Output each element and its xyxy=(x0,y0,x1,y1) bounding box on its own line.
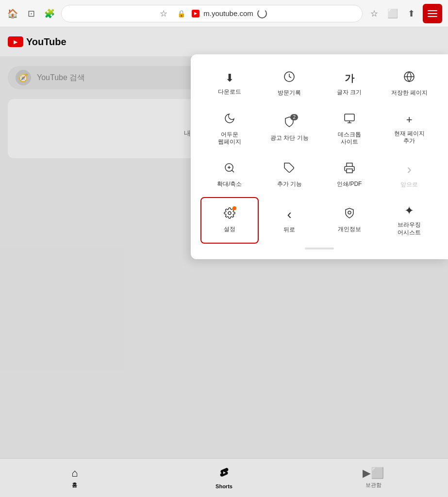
scroll-indicator xyxy=(305,248,334,249)
menu-item-fontsize-label: 글자 크기 xyxy=(337,89,362,97)
darkmode-icon xyxy=(224,113,235,127)
menu-item-assistant[interactable]: ✦ 브라우징어시스트 xyxy=(381,197,439,243)
adblock-badge: 2 xyxy=(290,114,298,120)
print-icon xyxy=(344,162,355,177)
extensions-icon[interactable]: 🧩 xyxy=(43,7,56,20)
menu-item-assistant-label: 브라우징어시스트 xyxy=(398,221,421,236)
lock-icon: 🔒 xyxy=(174,7,188,20)
bookmark-icon: ☆ xyxy=(157,7,170,20)
menu-item-privacy-label: 개인정보 xyxy=(338,226,361,233)
url-bar[interactable]: ☆ 🔒 m.youtube.com xyxy=(61,5,363,22)
menu-item-addpage-label: 현재 페이지추가 xyxy=(394,130,425,145)
url-text: m.youtube.com xyxy=(203,9,253,17)
menu-item-forward[interactable]: › 앞으로 xyxy=(381,155,439,196)
extensions-menu-icon xyxy=(283,162,295,177)
menu-item-extensions-label: 추가 기능 xyxy=(277,181,302,188)
menu-grid: ⬇ 다운로드 방문기록 가 글자 크기 xyxy=(200,64,438,244)
menu-item-history[interactable]: 방문기록 xyxy=(261,64,319,104)
menu-item-history-label: 방문기록 xyxy=(278,89,301,97)
zoom-icon xyxy=(224,162,235,177)
menu-item-adblock-label: 광고 차단 기능 xyxy=(270,134,309,142)
menu-item-forward-label: 앞으로 xyxy=(400,181,418,189)
menu-item-back[interactable]: ‹ 뒤로 xyxy=(261,197,319,243)
app-content: YouTube 🧭 YouTube 검색 검색 내가 좋아할 만한 동영상을 해… xyxy=(0,27,448,497)
forward-icon: › xyxy=(407,162,412,177)
settings-notification-dot xyxy=(232,206,236,210)
site-favicon xyxy=(192,10,199,17)
menu-item-addpage[interactable]: + 현재 페이지추가 xyxy=(381,106,439,153)
menu-item-desktop-label: 데스크톱사이트 xyxy=(338,131,361,146)
menu-item-darkmode-label: 어두운웹페이지 xyxy=(218,131,241,146)
download-icon: ⬇ xyxy=(225,72,234,84)
menu-item-zoom-label: 확대/축소 xyxy=(217,181,242,188)
browser-bar: 🏠 ⊡ 🧩 ☆ 🔒 m.youtube.com ☆ ⬜ ⬆ xyxy=(0,0,448,27)
svg-point-12 xyxy=(228,212,231,215)
svg-rect-3 xyxy=(345,114,354,121)
savedpage-icon xyxy=(403,71,415,85)
dropdown-menu: ⬇ 다운로드 방문기록 가 글자 크기 xyxy=(191,54,448,259)
back-icon: ‹ xyxy=(287,207,292,222)
fontsize-icon: 가 xyxy=(345,72,354,85)
menu-item-print[interactable]: 인쇄/PDF xyxy=(320,155,379,196)
svg-point-13 xyxy=(348,211,351,214)
menu-item-savedpage-label: 저장한 페이지 xyxy=(391,89,428,97)
privacy-icon xyxy=(344,207,355,222)
menu-item-print-label: 인쇄/PDF xyxy=(337,181,362,188)
home-icon[interactable]: 🏠 xyxy=(6,7,19,20)
menu-item-adblock[interactable]: 2 광고 차단 기능 xyxy=(261,106,319,153)
assistant-icon: ✦ xyxy=(404,204,414,217)
settings-icon xyxy=(224,207,235,222)
share-icon[interactable]: ⬆ xyxy=(404,7,418,20)
tabs-icon[interactable]: ⬜ xyxy=(386,7,399,20)
menu-item-settings[interactable]: 설정 xyxy=(200,197,259,243)
menu-item-download[interactable]: ⬇ 다운로드 xyxy=(200,64,259,104)
menu-item-darkmode[interactable]: 어두운웹페이지 xyxy=(200,106,259,153)
svg-rect-11 xyxy=(347,169,352,173)
menu-item-fontsize[interactable]: 가 글자 크기 xyxy=(320,64,379,104)
menu-item-savedpage[interactable]: 저장한 페이지 xyxy=(381,64,439,104)
menu-item-extensions[interactable]: 추가 기능 xyxy=(261,155,319,196)
addpage-icon: + xyxy=(406,114,413,126)
reader-icon[interactable]: ⊡ xyxy=(24,7,38,20)
desktop-icon xyxy=(344,113,355,127)
menu-item-zoom[interactable]: 확대/축소 xyxy=(200,155,259,196)
svg-line-7 xyxy=(232,170,233,172)
menu-item-back-label: 뒤로 xyxy=(283,226,295,234)
browser-menu-button[interactable] xyxy=(423,4,442,23)
menu-item-settings-label: 설정 xyxy=(224,226,235,233)
history-icon xyxy=(283,71,295,85)
menu-item-download-label: 다운로드 xyxy=(218,88,241,96)
menu-item-privacy[interactable]: 개인정보 xyxy=(320,197,379,243)
adblock-icon: 2 xyxy=(283,116,295,131)
menu-item-desktop[interactable]: 데스크톱사이트 xyxy=(320,106,379,153)
refresh-icon[interactable] xyxy=(257,9,267,18)
star-icon[interactable]: ☆ xyxy=(367,7,381,20)
